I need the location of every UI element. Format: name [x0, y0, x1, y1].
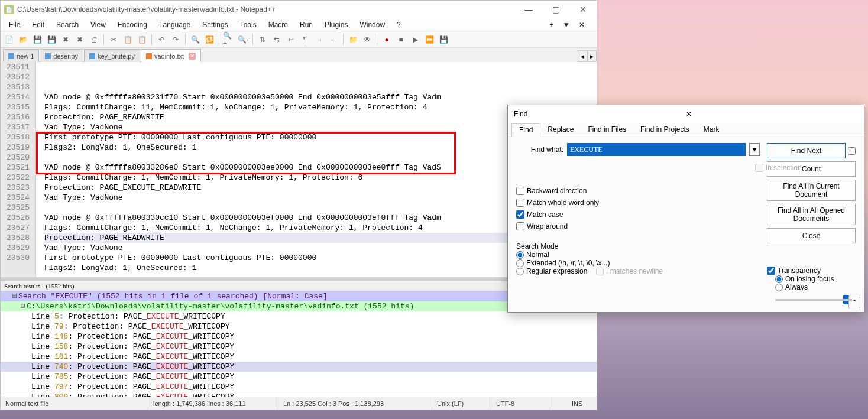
search-result-row[interactable]: Line 146: Protection: PAGE_EXECUTE_WRITE…: [1, 332, 597, 342]
save-icon[interactable]: 💾: [31, 34, 43, 46]
search-result-row[interactable]: Line 5: Protection: PAGE_EXECUTE_WRITECO…: [1, 311, 597, 321]
search-mode-regex-radio[interactable]: [516, 268, 524, 275]
search-mode-extended-radio[interactable]: [516, 259, 524, 267]
menu-settings[interactable]: Settings: [196, 20, 234, 30]
tab-key-brute-py[interactable]: key_brute.py: [84, 49, 140, 62]
transparency-always-radio[interactable]: [775, 284, 783, 291]
line-number-gutter: 2351123512235132351423515235162351723518…: [1, 62, 36, 277]
maximize-button[interactable]: ▢: [542, 1, 569, 18]
show-all-icon[interactable]: ¶: [299, 34, 311, 46]
find-all-opened-button[interactable]: Find All in All Opened Documents: [767, 204, 856, 225]
search-result-row[interactable]: Line 181: Protection: PAGE_EXECUTE_WRITE…: [1, 352, 597, 362]
find-tab-find-in-files[interactable]: Find in Files: [581, 123, 633, 137]
indent-icon[interactable]: →: [313, 34, 325, 46]
monitor-icon[interactable]: 👁: [361, 34, 373, 46]
replace-icon[interactable]: 🔁: [203, 34, 215, 46]
wrap-icon[interactable]: ↩: [285, 34, 297, 46]
status-length: length : 1,749,386 lines : 36,111: [148, 397, 278, 410]
find-close-button[interactable]: Close: [767, 228, 856, 243]
search-result-row[interactable]: Line 158: Protection: PAGE_EXECUTE_WRITE…: [1, 342, 597, 352]
menu-view[interactable]: View: [85, 20, 112, 30]
find-dialog-close-icon[interactable]: ✕: [686, 110, 858, 118]
find-dialog-expand-toggle[interactable]: ⌃: [848, 297, 860, 308]
tab-scroll-right-icon[interactable]: ►: [587, 50, 597, 62]
find-tab-find[interactable]: Find: [511, 123, 540, 137]
zoom-in-icon[interactable]: 🔍+: [223, 34, 235, 46]
menu-edit[interactable]: Edit: [26, 20, 50, 30]
in-selection-checkbox: [755, 164, 763, 172]
find-next-button[interactable]: Find Next: [767, 143, 846, 158]
menu-file[interactable]: File: [3, 20, 26, 30]
play-multi-icon[interactable]: ⏩: [423, 34, 435, 46]
transparency-slider[interactable]: [775, 295, 856, 306]
wrap-around-checkbox[interactable]: [516, 222, 524, 230]
transparency-checkbox[interactable]: [767, 267, 775, 275]
menu-window[interactable]: Window: [354, 20, 391, 30]
find-next-direction-checkbox[interactable]: [848, 147, 856, 155]
paste-icon[interactable]: 📋: [136, 34, 148, 46]
tab-deser-py[interactable]: deser.py: [40, 49, 83, 62]
backward-direction-checkbox[interactable]: [516, 187, 524, 195]
print-icon[interactable]: 🖨: [88, 34, 100, 46]
search-result-row[interactable]: Line 785: Protection: PAGE_EXECUTE_WRITE…: [1, 372, 597, 382]
search-result-row[interactable]: Line 797: Protection: PAGE_EXECUTE_WRITE…: [1, 382, 597, 392]
folder-icon[interactable]: 📁: [347, 34, 359, 46]
menu-language[interactable]: Language: [153, 20, 196, 30]
menu-run[interactable]: Run: [294, 20, 319, 30]
minimize-button[interactable]: —: [515, 1, 542, 18]
cut-icon[interactable]: ✂: [108, 34, 119, 46]
close-all-icon[interactable]: ✖: [74, 34, 86, 46]
copy-icon[interactable]: 📋: [122, 34, 134, 46]
record-icon[interactable]: ●: [381, 34, 393, 46]
match-whole-word-checkbox[interactable]: [516, 199, 524, 207]
menu-search[interactable]: Search: [50, 20, 85, 30]
tab-vadinfo-txt[interactable]: vadinfo.txt✕: [141, 49, 201, 62]
zoom-out-icon[interactable]: 🔍-: [237, 34, 249, 46]
plus-icon[interactable]: +: [546, 20, 557, 30]
play-icon[interactable]: ▶: [409, 34, 421, 46]
status-encoding: UTF-8: [491, 397, 550, 410]
status-eol: Unix (LF): [432, 397, 491, 410]
search-mode-normal-radio[interactable]: [516, 251, 524, 259]
tab-new-1[interactable]: new 1: [3, 49, 39, 62]
find-tab-replace[interactable]: Replace: [540, 123, 581, 137]
find-all-current-button[interactable]: Find All in Current Document: [767, 180, 856, 201]
tab-scroll-left-icon[interactable]: ◄: [578, 50, 587, 62]
save-macro-icon[interactable]: 💾: [438, 34, 449, 46]
close-button[interactable]: ✕: [569, 1, 597, 18]
find-dialog-title: Find: [514, 110, 686, 118]
dropdown-icon[interactable]: ▼: [559, 20, 574, 30]
match-case-checkbox[interactable]: [516, 210, 524, 219]
sync-v-icon[interactable]: ⇅: [257, 34, 268, 46]
find-tab-mark[interactable]: Mark: [697, 123, 727, 137]
code-line[interactable]: VAD node @ 0xfffffa8003231f70 Start 0x00…: [44, 92, 597, 102]
search-result-row[interactable]: Line 79: Protection: PAGE_EXECUTE_WRITEC…: [1, 321, 597, 332]
menu-help[interactable]: ?: [391, 20, 407, 30]
menu-tools[interactable]: Tools: [234, 20, 263, 30]
save-all-icon[interactable]: 💾: [46, 34, 57, 46]
tab-close-icon[interactable]: ✕: [189, 53, 196, 60]
menu-encoding[interactable]: Encoding: [112, 20, 153, 30]
open-file-icon[interactable]: 📂: [17, 34, 29, 46]
transparency-on-losing-focus-radio[interactable]: [775, 275, 783, 283]
menu-plugins[interactable]: Plugins: [319, 20, 354, 30]
menu-macro[interactable]: Macro: [263, 20, 294, 30]
close-icon[interactable]: ✖: [60, 34, 72, 46]
close-doc-icon[interactable]: ✕: [575, 20, 588, 30]
new-file-icon[interactable]: 📄: [3, 34, 15, 46]
find-what-input[interactable]: [567, 143, 746, 156]
search-result-row[interactable]: Line 809: Protection: PAGE_EXECUTE_WRITE…: [1, 392, 597, 397]
search-mode-label: Search Mode: [516, 242, 663, 251]
find-what-label: Find what:: [516, 145, 563, 154]
find-tab-find-in-projects[interactable]: Find in Projects: [633, 123, 697, 137]
search-result-row[interactable]: Line 740: Protection: PAGE_EXECUTE_WRITE…: [1, 362, 597, 372]
undo-icon[interactable]: ↶: [156, 34, 167, 46]
find-icon[interactable]: 🔍: [189, 34, 201, 46]
sync-h-icon[interactable]: ⇆: [271, 34, 283, 46]
statusbar: Normal text file length : 1,749,386 line…: [1, 397, 597, 410]
find-what-dropdown-icon[interactable]: ▾: [749, 143, 760, 156]
redo-icon[interactable]: ↷: [170, 34, 182, 46]
window-title: C:\Users\katri\Downloads\volatility-mast…: [17, 5, 515, 14]
stop-icon[interactable]: ■: [395, 34, 407, 46]
outdent-icon[interactable]: ←: [328, 34, 339, 46]
